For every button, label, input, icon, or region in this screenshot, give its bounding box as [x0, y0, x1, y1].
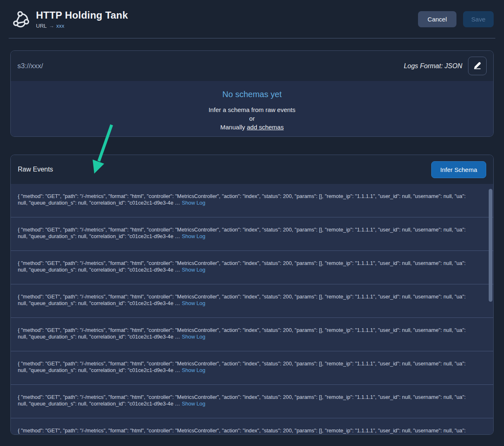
raw-event-text: { "method": "GET", "path": "/-/metrics",…: [18, 293, 466, 306]
schemas-empty-state: No schemas yet Infer a schema from raw e…: [11, 81, 493, 136]
raw-event-row: { "method": "GET", "path": "/-/metrics",…: [11, 217, 493, 251]
empty-state-line2: or: [11, 114, 493, 123]
page-title: HTTP Holding Tank: [36, 10, 128, 21]
breadcrumb-arrow-icon: →: [49, 23, 54, 29]
edit-logs-format-button[interactable]: [468, 57, 487, 75]
raw-event-row: { "method": "GET", "path": "/-/metrics",…: [11, 284, 493, 318]
raw-event-text: { "method": "GET", "path": "/-/metrics",…: [18, 394, 466, 407]
pencil-edit-icon: [473, 61, 482, 71]
show-log-link[interactable]: Show Log: [182, 434, 205, 434]
logs-format-wrap: Logs Format: JSON: [404, 57, 487, 75]
raw-events-header: Raw Events Infer Schema: [11, 155, 493, 184]
raw-event-text: { "method": "GET", "path": "/-/metrics",…: [18, 327, 466, 340]
raw-event-row: { "method": "GET", "path": "/-/metrics",…: [11, 418, 493, 434]
schemas-panel-header: s3://xxx/ Logs Format: JSON: [11, 51, 493, 81]
title-block: HTTP Holding Tank URL→xxx: [36, 10, 128, 29]
infer-schema-button[interactable]: Infer Schema: [431, 161, 486, 178]
show-log-link[interactable]: Show Log: [182, 334, 205, 340]
raw-event-text: { "method": "GET", "path": "/-/metrics",…: [18, 227, 466, 239]
breadcrumb-target-link[interactable]: xxx: [56, 23, 64, 29]
show-log-link[interactable]: Show Log: [182, 401, 205, 407]
empty-state-line1: Infer a schema from raw events: [11, 105, 493, 114]
webhook-logo-icon: [10, 7, 33, 31]
manually-label: Manually: [220, 124, 247, 131]
raw-event-text: { "method": "GET", "path": "/-/metrics",…: [18, 427, 466, 434]
raw-events-title: Raw Events: [18, 166, 53, 173]
app-header: HTTP Holding Tank URL→xxx Cancel Save: [9, 0, 495, 38]
raw-event-text: { "method": "GET", "path": "/-/metrics",…: [18, 193, 466, 206]
show-log-link[interactable]: Show Log: [182, 300, 205, 306]
show-log-link[interactable]: Show Log: [182, 267, 205, 273]
empty-state-title: No schemas yet: [11, 90, 493, 99]
show-log-link[interactable]: Show Log: [182, 367, 205, 373]
raw-events-panel: Raw Events Infer Schema { "method": "GET…: [10, 155, 494, 435]
scrollbar-thumb[interactable]: [489, 189, 492, 302]
schemas-panel: s3://xxx/ Logs Format: JSON No schemas y…: [10, 50, 494, 137]
raw-events-list[interactable]: { "method": "GET", "path": "/-/metrics",…: [11, 184, 493, 434]
add-schemas-link[interactable]: add schemas: [247, 124, 284, 131]
raw-event-row: { "method": "GET", "path": "/-/metrics",…: [11, 351, 493, 385]
show-log-link[interactable]: Show Log: [182, 200, 205, 206]
breadcrumb: URL→xxx: [36, 23, 128, 29]
cancel-button[interactable]: Cancel: [418, 11, 456, 27]
header-actions: Cancel Save: [418, 11, 494, 27]
raw-event-row: { "method": "GET", "path": "/-/metrics",…: [11, 251, 493, 284]
s3-path-label: s3://xxx/: [17, 62, 43, 70]
save-button[interactable]: Save: [463, 11, 494, 27]
raw-event-row: { "method": "GET", "path": "/-/metrics",…: [11, 184, 493, 217]
empty-state-line3: Manually add schemas: [11, 123, 493, 131]
raw-event-text: { "method": "GET", "path": "/-/metrics",…: [18, 360, 466, 373]
raw-event-row: { "method": "GET", "path": "/-/metrics",…: [11, 385, 493, 418]
logs-format-label: Logs Format: JSON: [404, 62, 462, 70]
raw-event-text: { "method": "GET", "path": "/-/metrics",…: [18, 260, 466, 273]
show-log-link[interactable]: Show Log: [182, 233, 205, 239]
raw-event-row: { "method": "GET", "path": "/-/metrics",…: [11, 318, 493, 351]
breadcrumb-source: URL: [36, 23, 47, 29]
